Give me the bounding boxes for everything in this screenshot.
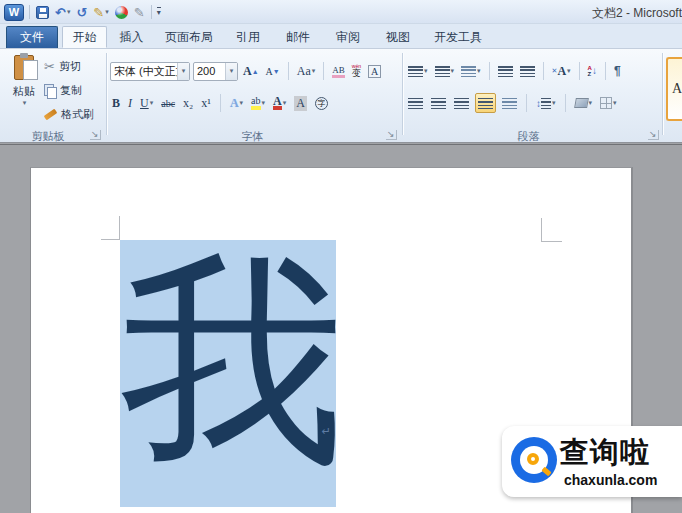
selected-character[interactable]: 我 [120,232,336,492]
ribbon-tab-row: 文件 开始 插入 页面布局 引用 邮件 审阅 视图 开发工具 [0,24,682,48]
underline-dropdown-icon[interactable]: ▾ [150,99,154,107]
tab-file[interactable]: 文件 [6,26,58,48]
font-dialog-launcher-icon[interactable]: ↘ [386,130,397,140]
undo-button[interactable]: ↶▾ [54,3,71,21]
justify-icon [478,98,493,109]
align-right-button[interactable] [452,93,471,113]
justify-button[interactable] [475,93,496,113]
bullets-dropdown-icon[interactable]: ▾ [424,67,428,75]
shading-dropdown-icon[interactable]: ▾ [589,99,593,107]
enclose-characters-button[interactable]: 字 [313,93,330,113]
tab-mailings[interactable]: 邮件 [276,26,320,48]
font-size-dropdown-icon[interactable]: ▾ [225,63,237,80]
phonetic-guide-button[interactable]: wén变 [350,61,363,81]
sort-arrow-icon: ↓ [592,66,597,76]
asian-layout-button[interactable]: ✕A▾ [550,61,573,81]
save-button[interactable] [35,3,50,21]
font-color-button[interactable]: A▾ [271,93,288,113]
cut-label: 剪切 [59,59,81,74]
bullets-button[interactable]: ▾ [406,61,430,81]
crop-mark-topright-h [541,241,562,242]
bold-button[interactable]: B [110,93,122,113]
pen-button[interactable]: ✎ [133,3,146,21]
align-center-button[interactable] [429,93,448,113]
font-name-combo[interactable]: 宋体 (中文正文 ▾ [110,62,190,81]
undo-icon: ↶ [55,6,66,19]
multilevel-list-button[interactable]: ▾ [459,61,483,81]
shading-button[interactable]: ▾ [573,93,595,113]
redo-icon: ↺ [76,6,87,19]
tab-home[interactable]: 开始 [62,26,107,48]
format-painter-button[interactable]: 格式刷 [44,107,94,122]
small-divider [220,94,221,112]
undo-dropdown-icon[interactable]: ▾ [67,8,71,16]
small-divider [605,62,606,80]
line-spacing-dropdown-icon[interactable]: ▾ [552,99,556,107]
redo-button[interactable]: ↺ [75,3,88,21]
font-name-value: 宋体 (中文正文 [111,64,177,79]
change-case-dropdown-icon[interactable]: ▾ [312,67,316,75]
character-shading-button[interactable]: A [292,93,309,113]
superscript-button[interactable]: x¹ [199,93,213,113]
tab-view[interactable]: 视图 [376,26,420,48]
sort-button[interactable]: AZ↓ [586,61,599,81]
window-title: 文档2 - Microsoft [592,5,682,22]
asian-layout-dropdown-icon[interactable]: ▾ [567,67,571,75]
paste-button[interactable]: 粘贴 ▾ [6,55,42,123]
line-spacing-button[interactable]: ↕▾ [534,93,558,113]
word-app-icon[interactable]: W [4,4,24,21]
font-size-combo[interactable]: 200 ▾ [193,62,238,81]
brush-dropdown-icon[interactable]: ▾ [105,8,109,16]
brush-button[interactable]: ✎▾ [92,3,109,21]
strikethrough-button[interactable]: abc [159,93,177,113]
tab-references[interactable]: 引用 [226,26,270,48]
paragraph-dialog-launcher-icon[interactable]: ↘ [648,130,659,140]
underline-button[interactable]: U▾ [138,93,155,113]
text-highlight-dropdown-icon[interactable]: ▾ [262,99,266,107]
small-divider [489,62,490,80]
document-area[interactable]: 我 ↵ 查询啦 chaxunla.com [0,144,682,513]
distribute-button[interactable] [500,93,519,113]
text-selection[interactable]: 我 ↵ [120,240,336,507]
font-group-row2: B I U▾ abc x₂ x¹ A▾ ab▾ A▾ A 字 [110,93,330,113]
character-border-button[interactable]: A [366,61,383,81]
color-ball-button[interactable] [114,3,129,21]
copy-button[interactable]: 复制 [44,83,82,98]
tab-review[interactable]: 审阅 [326,26,370,48]
numbering-dropdown-icon[interactable]: ▾ [451,67,455,75]
font-color-dropdown-icon[interactable]: ▾ [283,99,287,107]
grow-font-button[interactable]: A▲ [241,61,261,81]
italic-button[interactable]: I [126,93,134,113]
decrease-indent-button[interactable] [496,61,515,81]
style-preview-partial[interactable]: A [666,57,682,121]
align-left-button[interactable] [406,93,425,113]
customize-qat-button[interactable]: ▾ [157,7,161,17]
small-divider [526,94,527,112]
show-hide-marks-button[interactable]: ¶ [612,61,623,81]
tab-insert[interactable]: 插入 [110,26,153,48]
text-highlight-button[interactable]: ab▾ [249,93,267,113]
paste-dropdown-icon[interactable]: ▾ [23,99,27,107]
text-effects-button[interactable]: A▾ [228,93,245,113]
change-case-button[interactable]: Aa▾ [295,61,318,81]
subscript-button[interactable]: x₂ [181,93,195,113]
borders-button[interactable]: ▾ [598,93,619,113]
tab-page-layout[interactable]: 页面布局 [156,26,222,48]
increase-indent-icon [520,66,535,77]
text-effects-dropdown-icon[interactable]: ▾ [240,99,244,107]
shrink-font-button[interactable]: A▼ [264,61,282,81]
font-color-icon: A [273,96,282,110]
borders-dropdown-icon[interactable]: ▾ [613,99,617,107]
word-window: W ↶▾ ↺ ✎▾ ✎ ▾ 文档2 - Microsoft 文件 开始 插入 页… [0,0,682,513]
increase-indent-button[interactable] [518,61,537,81]
watermark-badge: 查询啦 chaxunla.com [502,426,682,497]
tab-developer[interactable]: 开发工具 [426,26,490,48]
multilevel-dropdown-icon[interactable]: ▾ [477,67,481,75]
clipboard-dialog-launcher-icon[interactable]: ↘ [90,130,101,140]
font-size-value: 200 [194,65,225,77]
font-name-dropdown-icon[interactable]: ▾ [177,63,189,80]
cut-button[interactable]: ✂ 剪切 [44,59,81,74]
clear-formatting-button[interactable]: AB [330,61,347,81]
numbering-button[interactable]: ▾ [433,61,457,81]
toolbar-separator [151,5,152,19]
